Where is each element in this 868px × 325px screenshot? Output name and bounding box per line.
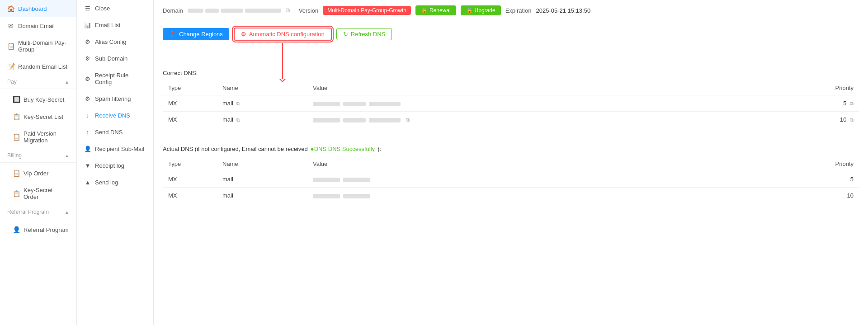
renewal-button[interactable]: 🔒 Renewal [415,5,456,15]
sidebar-section-referral-label: Referral Program [7,209,49,215]
sidebar-item-referral-program[interactable]: 👤 Referral Program [0,221,76,238]
subnav-item-spam-filtering[interactable]: ⚙ Spam filtering [77,90,153,107]
multi-domain-icon: 📋 [7,42,14,50]
actual-dns-row2-name: mail [217,188,307,204]
subnav-label-receive-dns: Receive DNS [95,112,130,119]
location-icon: 📍 [169,31,176,38]
table-row: MX mail ⧉ ⧉ 10 ⧉ [163,112,859,128]
sidebar-item-random-email[interactable]: 📝 Random Email List [0,58,76,75]
header-bar: Domain ⧉ Version Multi-Domain Pay-Group-… [154,0,868,21]
change-regions-button[interactable]: 📍 Change Regions [163,28,229,40]
actual-dns-col-priority: Priority [787,157,859,171]
copy-icon-2[interactable]: ⧉ [236,117,240,122]
sidebar-label-random-email: Random Email List [18,63,67,70]
subnav-label-recipient-sub: Recipient Sub-Mail [95,146,144,152]
domain-value [188,9,281,13]
actual-dns-title-end: ): [377,146,381,152]
subnav-item-receipt-log[interactable]: ▼ Receipt log [77,157,153,174]
subnav-item-email-list[interactable]: 📊 Email List [77,17,153,33]
correct-dns-row1-type: MX [163,95,217,112]
send-dns-icon: ↑ [84,129,91,136]
subnav-label-spam: Spam filtering [95,95,131,102]
subnav-label-send-dns: Send DNS [95,129,123,136]
subnav-label-receipt-log: Receipt log [95,162,124,169]
subnav-label-sub-domain: Sub-Domain [95,55,127,62]
copy-priority-icon-2[interactable]: ⧉ [850,117,854,122]
subnav-item-receive-dns[interactable]: ↓ Receive DNS [77,107,153,124]
correct-dns-row1-name: mail ⧉ [217,95,307,112]
sidebar-item-key-list[interactable]: 📋 Key-Secret List [0,108,76,125]
subnav-label-email-list: Email List [95,22,120,28]
correct-dns-row1-value [307,95,787,112]
refresh-icon: ↻ [343,31,348,38]
upgrade-button[interactable]: 🔒 Upgrade [461,5,501,15]
buy-key-icon: 🔲 [13,96,20,103]
subnav-label-close: Close [95,5,110,12]
chevron-up-referral-icon: ▲ [65,210,69,215]
copy-icon[interactable]: ⧉ [236,101,240,106]
sidebar-item-buy-key[interactable]: 🔲 Buy Key-Secret [0,91,76,108]
content-area: Domain ⧉ Version Multi-Domain Pay-Group-… [154,0,868,325]
close-icon: ☰ [84,5,91,12]
copy-value-icon[interactable]: ⧉ [406,117,410,122]
table-row: MX mail 10 [163,188,859,204]
sidebar-section-billing[interactable]: Billing ▲ [0,149,76,160]
sidebar-label-paid-migration: Paid Version Migration [24,130,69,144]
sidebar: 🏠 Dashboard ✉ Domain Email 📋 Multi-Domai… [0,0,77,325]
copy-priority-icon[interactable]: ⧉ [850,101,854,106]
sidebar-item-paid-migration[interactable]: 📋 Paid Version Migration [0,125,76,149]
sidebar-item-domain-email[interactable]: ✉ Domain Email [0,17,76,34]
table-row: MX mail 5 [163,171,859,188]
subnav-item-recipient-sub[interactable]: 👤 Recipient Sub-Mail [77,141,153,157]
referral-icon: 👤 [13,226,20,233]
subnav-label-alias-config: Alias Config [95,38,126,45]
chevron-up-icon: ▲ [65,80,69,85]
key-order-icon: 📋 [13,190,20,197]
correct-dns-section: Correct DNS: Type Name Value Priority MX… [154,70,868,137]
actual-dns-row2-type: MX [163,188,217,204]
actual-dns-title: Actual DNS (if not configured, Email can… [163,146,859,152]
subnav-item-receipt-rule[interactable]: ⚙ Receipt Rule Config [77,67,153,90]
random-email-icon: 📝 [7,63,14,70]
email-list-icon: 📊 [84,22,91,28]
sidebar-label-dashboard: Dashboard [18,5,47,12]
subnav-item-sub-domain[interactable]: ⚙ Sub-Domain [77,50,153,67]
refresh-dns-button[interactable]: ↻ Refresh DNS [336,28,392,40]
sub-nav: ☰ Close 📊 Email List ⚙ Alias Config ⚙ Su… [77,0,154,325]
vip-order-icon: 📋 [13,170,20,177]
version-badge: Multi-Domain Pay-Group-Growth [323,6,411,15]
version-label: Version [299,7,318,14]
correct-dns-col-value: Value [307,81,787,95]
sidebar-item-multi-domain[interactable]: 📋 Multi-Domain Pay-Group [0,34,76,58]
actual-dns-section: Actual DNS (if not configured, Email can… [154,146,868,212]
dns-success-badge: ●DNS DNS Successfully [311,146,375,152]
copy-domain-icon[interactable]: ⧉ [286,7,290,14]
sidebar-label-buy-key: Buy Key-Secret [24,96,64,103]
sidebar-item-key-order[interactable]: 📋 Key-Secret Order [0,182,76,205]
sidebar-section-pay[interactable]: Pay ▲ [0,75,76,87]
subnav-item-close[interactable]: ☰ Close [77,0,153,17]
sidebar-section-pay-label: Pay [7,79,17,85]
upgrade-lock-icon: 🔒 [466,7,473,14]
correct-dns-header-row: Type Name Value Priority [163,81,859,95]
sidebar-section-referral[interactable]: Referral Program ▲ [0,205,76,217]
action-bar: 📍 Change Regions ⚙ Automatic DNS configu… [154,21,868,47]
subnav-item-alias-config[interactable]: ⚙ Alias Config [77,33,153,50]
sidebar-item-dashboard[interactable]: 🏠 Dashboard [0,0,76,17]
renewal-label: Renewal [429,7,451,14]
actual-dns-title-text: Actual DNS (if not configured, Email can… [163,146,308,152]
subnav-item-send-dns[interactable]: ↑ Send DNS [77,124,153,141]
correct-dns-table: Type Name Value Priority MX mail ⧉ [163,81,859,127]
refresh-dns-label: Refresh DNS [351,31,386,38]
auto-dns-button[interactable]: ⚙ Automatic DNS configuration [234,28,332,41]
subnav-item-send-log[interactable]: ▲ Send log [77,174,153,191]
actual-dns-col-name: Name [217,157,307,171]
actual-dns-row1-name: mail [217,171,307,188]
auto-dns-wrapper: ⚙ Automatic DNS configuration [234,28,332,41]
subnav-label-receipt-rule: Receipt Rule Config [95,72,146,85]
chevron-up-billing-icon: ▲ [65,153,69,158]
expiration-date: 2025-05-21 15:13:50 [536,7,590,14]
key-list-icon: 📋 [13,113,20,120]
receipt-rule-icon: ⚙ [84,75,91,82]
sidebar-item-vip-order[interactable]: 📋 Vip Order [0,165,76,182]
